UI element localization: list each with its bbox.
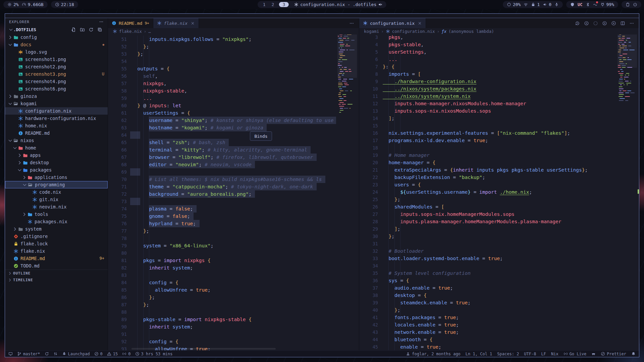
tree-item-kogami[interactable]: kogami <box>5 100 108 107</box>
code-line: 71 theme = "catppuccin-mocha"; # tokyo-n… <box>108 183 359 190</box>
line-number: 72 <box>108 190 127 198</box>
tree-item-flake.nix[interactable]: flake.nix <box>5 247 108 255</box>
history-icon[interactable] <box>575 21 580 26</box>
new-folder-icon[interactable] <box>80 27 85 32</box>
shield-icon <box>570 2 575 7</box>
views-more-actions-icon[interactable] <box>99 19 104 24</box>
section-outline[interactable]: OUTLINE <box>5 270 108 277</box>
tree-item-label: README.md <box>25 130 50 136</box>
nav-back-icon[interactable] <box>584 21 589 26</box>
language-mode[interactable]: Nix <box>551 352 558 356</box>
workspace-2[interactable]: 2 <box>270 2 276 7</box>
eol[interactable]: LF <box>541 352 546 356</box>
code-area[interactable]: 51 inputs.nixpkgs.follows = "nixpkgs";52… <box>108 36 359 350</box>
code-line: 28 inputs.plasma-manager.homeManagerModu… <box>359 218 639 225</box>
editor-actions <box>349 18 359 28</box>
code-line: 69 <box>108 168 359 176</box>
tree-item-logo.svg[interactable]: logo.svg <box>5 48 108 56</box>
notifications[interactable] <box>631 352 636 356</box>
more-icon[interactable] <box>349 21 354 26</box>
tree-item-system[interactable]: system <box>5 225 108 233</box>
launchpad[interactable]: Launchpad <box>62 352 90 356</box>
activity <box>593 2 597 7</box>
nav-dot-icon[interactable] <box>593 21 598 26</box>
split-icon[interactable] <box>620 21 625 26</box>
tree-item-packages[interactable]: packages <box>5 166 108 174</box>
tab-README.md[interactable]: README.md9+ <box>108 18 153 28</box>
minimap[interactable] <box>618 29 637 102</box>
minimap-slider[interactable] <box>337 28 357 78</box>
topbar-left-pill-0: 2%9.66GB <box>3 1 48 8</box>
sync-changes[interactable] <box>53 352 58 356</box>
tree-item-TODO.md[interactable]: TODO.md <box>5 262 108 269</box>
gauge-icon <box>22 2 26 7</box>
tree-item-home[interactable]: home <box>5 144 108 152</box>
tab-configuration.nix[interactable]: configuration.nix <box>359 18 426 28</box>
tree-item-git.nix[interactable]: git.nix <box>5 196 108 203</box>
indentation[interactable]: Spaces: 2 <box>497 352 519 356</box>
tree-item-ginoza[interactable]: ginoza <box>5 93 108 100</box>
refresh-icon[interactable] <box>89 27 94 32</box>
code-area[interactable]: 3 pkgs,4 pkgs-stable,5 userSettings,6 ..… <box>359 34 639 350</box>
workspace-3[interactable]: 3 <box>279 2 289 7</box>
code-line: 20 home-manager = { <box>359 159 639 166</box>
sync[interactable] <box>45 352 49 356</box>
cursor-position[interactable]: Ln 1, Col 1 <box>466 352 492 356</box>
tree-item-neovim.nix[interactable]: neovim.nix <box>5 203 108 210</box>
tree-item-screenshot1.png[interactable]: screenshot1.png <box>5 56 108 63</box>
tab-close-icon[interactable] <box>418 21 422 25</box>
breadcrumb[interactable]: kogami›configuration.nix›ƒx(anonymous la… <box>359 28 639 35</box>
tree-item-docs[interactable]: docs● <box>5 41 108 48</box>
tree-item-README.md[interactable]: README.md <box>5 129 108 137</box>
prettier[interactable]: Prettier <box>601 352 626 356</box>
horizontal-scrollbar[interactable] <box>131 348 276 350</box>
breadcrumb[interactable]: flake.nix›… <box>108 28 359 35</box>
tree-item-home.nix[interactable]: home.nix <box>5 122 108 129</box>
image-icon <box>18 79 23 84</box>
minimap-mark <box>342 94 346 95</box>
tree-item-configuration.nix[interactable]: configuration.nix <box>5 107 108 115</box>
tab-flake.nix[interactable]: flake.nix <box>153 18 199 28</box>
tree-item-desktop[interactable]: desktop <box>5 159 108 166</box>
power-button <box>633 2 637 7</box>
tree-item-hardware-configuration.nix[interactable]: hardware-configuration.nix <box>5 115 108 122</box>
tree-item-label: git.nix <box>39 197 58 202</box>
errors[interactable]: 0 <box>94 352 103 356</box>
ports[interactable]: 0 <box>122 352 130 356</box>
minimap[interactable] <box>337 29 357 113</box>
tree-item-applications[interactable]: applications <box>5 174 108 181</box>
tree-item-config[interactable]: config <box>5 34 108 41</box>
gitlens-blame[interactable]: foglar, 2 months ago <box>406 352 461 356</box>
tree-item-code.nix[interactable]: code.nix <box>5 188 108 196</box>
tree-item-tools[interactable]: tools <box>5 210 108 218</box>
encoding[interactable]: UTF-8 <box>524 352 536 356</box>
tree-item-screenshot4.png[interactable]: screenshot4.png <box>5 78 108 85</box>
wakatime[interactable]: 3 hrs 53 mins <box>135 352 173 356</box>
dotfiles-section-header[interactable]: .DOTFILES <box>5 25 108 34</box>
more-icon[interactable] <box>629 21 634 26</box>
tree-item-screenshot3.png[interactable]: screenshot3.pngU <box>5 70 108 78</box>
tab-close-icon[interactable] <box>191 21 195 25</box>
collapse-all-icon[interactable] <box>97 27 102 32</box>
tree-item-programming[interactable]: programming <box>5 181 108 188</box>
new-file-icon[interactable] <box>71 27 76 32</box>
tree-item-README.md[interactable]: README.md9+ <box>5 255 108 262</box>
nav-forward-icon[interactable] <box>602 21 607 26</box>
remote-indicator[interactable] <box>8 352 13 356</box>
extension[interactable] <box>591 352 596 356</box>
run-icon[interactable] <box>611 21 616 26</box>
git-branch[interactable]: master* <box>17 352 40 356</box>
section-timeline[interactable]: TIMELINE <box>5 277 108 283</box>
tree-item-flake.lock[interactable]: flake.lock <box>5 240 108 247</box>
tree-item-packages.nix[interactable]: packages.nix <box>5 218 108 225</box>
go-live[interactable]: Go Live <box>564 352 587 356</box>
tree-item-.gitignore[interactable]: .gitignore <box>5 233 108 240</box>
tree-item-label: TODO.md <box>20 263 40 268</box>
workspace-1[interactable]: 1 <box>262 2 267 7</box>
warnings[interactable]: 15 <box>107 352 118 356</box>
tree-item-nixos[interactable]: nixos <box>5 137 108 144</box>
tree-item-apps[interactable]: apps <box>5 152 108 159</box>
tree-item-screenshot2.png[interactable]: screenshot2.png <box>5 63 108 70</box>
chev-d-icon <box>8 138 13 143</box>
tree-item-screenshot6.png[interactable]: screenshot6.png <box>5 85 108 93</box>
